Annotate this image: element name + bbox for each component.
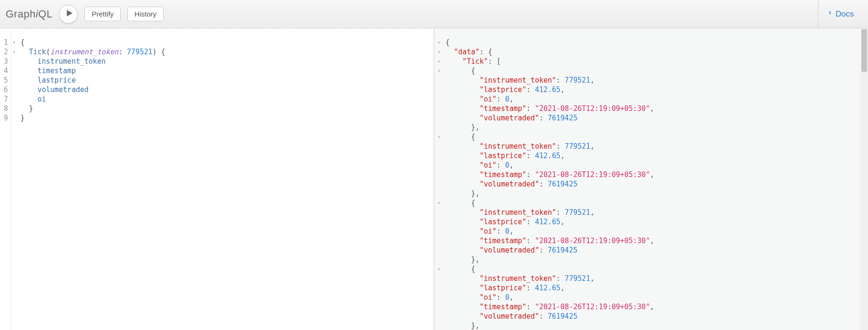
- fold-gutter[interactable]: ▾ ▾: [11, 28, 17, 330]
- scrollbar-thumb[interactable]: [861, 29, 867, 72]
- scrollbar[interactable]: [860, 28, 868, 330]
- result-code: { "data": { "Tick": [ { "instrument_toke…: [442, 28, 868, 330]
- line-gutter: 1 2 3 4 5 6 7 8 9: [0, 28, 11, 330]
- result-viewer: ▾ ▾ ▾ ▾ ▾ ▾ ▾ { "data": { "Tick": [ { "i…: [434, 28, 868, 330]
- docs-button[interactable]: Docs: [827, 8, 854, 19]
- history-button[interactable]: History: [127, 7, 164, 21]
- panes: 1 2 3 4 5 6 7 8 9 ▾ ▾ { Tick(instrument_…: [0, 28, 868, 330]
- execute-button[interactable]: [59, 5, 78, 24]
- query-editor[interactable]: 1 2 3 4 5 6 7 8 9 ▾ ▾ { Tick(instrument_…: [0, 28, 434, 330]
- app-title: GraphiQL: [6, 8, 52, 20]
- play-icon: [64, 9, 73, 18]
- prettify-button[interactable]: Prettify: [84, 7, 121, 21]
- toolbar: GraphiQL Prettify History Docs: [0, 0, 868, 28]
- query-code[interactable]: { Tick(instrument_token: 779521) { instr…: [17, 28, 170, 330]
- result-fold-gutter[interactable]: ▾ ▾ ▾ ▾ ▾ ▾ ▾: [434, 28, 442, 330]
- docs-section: Docs: [818, 0, 862, 28]
- chevron-left-icon: [827, 8, 833, 19]
- docs-label: Docs: [835, 9, 854, 19]
